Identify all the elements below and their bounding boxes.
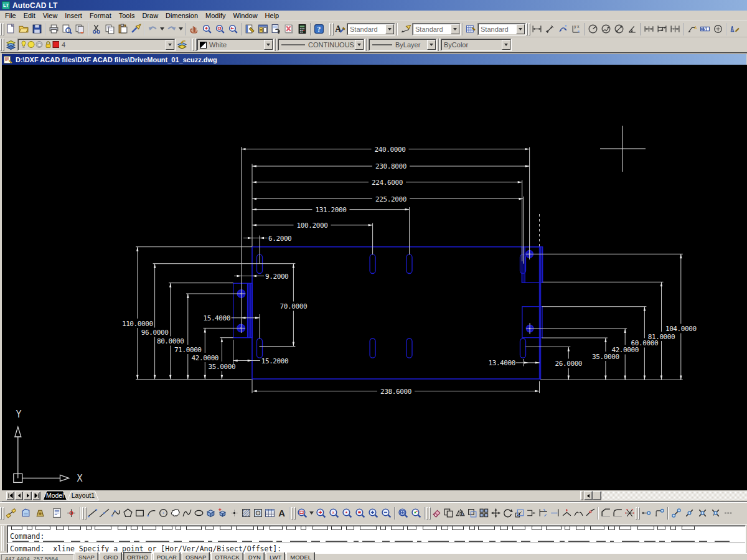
offset-button[interactable] — [466, 506, 478, 520]
distance-button[interactable] — [4, 506, 19, 520]
tab-nav-next-button[interactable] — [24, 492, 32, 500]
make-block-button[interactable] — [217, 506, 228, 520]
dim-tolerance-button[interactable] — [698, 22, 712, 36]
dim-style-combo[interactable]: Standard — [412, 23, 461, 35]
command-window-grab-bar[interactable] — [1, 526, 6, 551]
dim-quick-button[interactable] — [642, 22, 655, 36]
point-button[interactable] — [228, 506, 240, 520]
layers-button[interactable] — [4, 38, 17, 52]
dim-ordinate-button[interactable]: y x — [570, 22, 583, 36]
dim-aligned-button[interactable] — [543, 22, 557, 36]
toolbar-grip[interactable] — [636, 507, 637, 520]
pan-realtime-button[interactable] — [187, 22, 200, 36]
menu-window[interactable]: Window — [229, 11, 261, 20]
new-button[interactable] — [4, 22, 17, 36]
snap-extension-button[interactable] — [722, 506, 735, 520]
revcloud-button[interactable] — [169, 506, 181, 520]
status-toggle-snap[interactable]: SNAP — [75, 552, 98, 560]
toolbar-grip[interactable] — [426, 507, 428, 520]
hatch-button[interactable] — [240, 506, 252, 520]
text-style-combo-arrow[interactable] — [385, 24, 394, 34]
paste-button[interactable] — [116, 22, 129, 36]
menu-tools[interactable]: Tools — [115, 11, 139, 20]
dim-angular-button[interactable] — [626, 22, 639, 36]
tab-nav-last-button[interactable] — [32, 492, 40, 500]
zoom-previous-button[interactable] — [227, 22, 240, 36]
circle-button[interactable] — [157, 506, 169, 520]
plotstyle-combo-arrow[interactable] — [502, 40, 510, 50]
snap-endpoint-button[interactable] — [670, 506, 683, 520]
stretch-button[interactable] — [525, 506, 537, 520]
zoom-flyout-dropdown[interactable] — [309, 506, 314, 520]
move-button[interactable] — [490, 506, 502, 520]
zoom-object-button[interactable] — [354, 506, 367, 520]
ellipse-button[interactable] — [193, 506, 205, 520]
dim-continue-button[interactable] — [669, 22, 682, 36]
snap-apparent-button[interactable] — [709, 506, 722, 520]
lineweight-combo[interactable]: ByLayer — [369, 39, 437, 51]
linetype-combo-arrow[interactable] — [355, 40, 364, 50]
rotate-button[interactable] — [502, 506, 514, 520]
toolbar-grip[interactable] — [0, 507, 2, 520]
dim-diameter-button[interactable] — [613, 22, 626, 36]
trim-button[interactable] — [537, 506, 549, 520]
line-button[interactable] — [87, 506, 98, 520]
track-point-button[interactable] — [640, 506, 653, 520]
toolbar-grip[interactable] — [192, 39, 194, 51]
status-toggle-otrack[interactable]: OTRACK — [211, 552, 243, 560]
coordinate-readout[interactable]: 447.4404, 257.5564 — [1, 554, 73, 560]
status-toggle-polar[interactable]: POLAR — [153, 552, 181, 560]
menu-draw[interactable]: Draw — [138, 11, 162, 20]
polygon-button[interactable] — [122, 506, 134, 520]
plotstyle-combo[interactable]: ByColor — [441, 39, 512, 51]
cut-button[interactable] — [90, 22, 103, 36]
zoom-extents-button[interactable] — [410, 506, 423, 520]
toolbar-grip[interactable] — [526, 23, 528, 35]
zoom-scale-button[interactable]: x — [327, 506, 341, 520]
status-toggle-osnap[interactable]: OSNAP — [182, 552, 210, 560]
zoom-realtime-button[interactable] — [200, 22, 214, 36]
menu-dimension[interactable]: Dimension — [162, 11, 202, 20]
menu-edit[interactable]: Edit — [20, 11, 39, 20]
snap-intersection-button[interactable] — [696, 506, 709, 520]
text-style-combo[interactable]: Standard — [347, 23, 395, 35]
mtext-button[interactable]: A — [276, 506, 288, 520]
command-splitter[interactable] — [7, 543, 745, 544]
tab-nav-prev-button[interactable] — [15, 492, 23, 500]
toolbar-grip[interactable] — [82, 507, 84, 520]
redo-dropdown[interactable] — [178, 22, 184, 36]
save-button[interactable] — [31, 22, 44, 36]
scrollbar-splitter[interactable] — [580, 491, 583, 500]
zoom-dynamic-button[interactable] — [314, 506, 327, 520]
array-button[interactable] — [478, 506, 490, 520]
zoom-all-button[interactable] — [397, 506, 410, 520]
properties-button[interactable] — [243, 22, 256, 36]
layer-combo[interactable]: 4 — [17, 39, 176, 51]
zoom-center-button[interactable] — [341, 506, 354, 520]
undo-dropdown[interactable] — [159, 22, 165, 36]
layer-previous-button[interactable] — [176, 38, 189, 52]
undo-button[interactable] — [146, 22, 159, 36]
snap-from-button[interactable] — [653, 506, 666, 520]
status-toggle-grid[interactable]: GRID — [100, 552, 122, 560]
hscroll-track[interactable] — [601, 491, 747, 500]
menu-view[interactable]: View — [39, 11, 62, 20]
dim-linear-button[interactable] — [530, 22, 543, 36]
construction-line-button[interactable] — [98, 506, 110, 520]
table-style-combo-arrow[interactable] — [516, 24, 525, 34]
dim-arc-button[interactable] — [557, 22, 570, 36]
publish-button[interactable] — [73, 22, 87, 36]
dim-leader-button[interactable]: A — [685, 22, 698, 36]
spline-button[interactable] — [181, 506, 193, 520]
tab-nav-first-button[interactable] — [6, 492, 14, 500]
fillet-button[interactable] — [612, 506, 624, 520]
tab-layout1[interactable]: Layout1 — [68, 491, 99, 500]
menu-modify[interactable]: Modify — [202, 11, 229, 20]
extend-button[interactable] — [549, 506, 561, 520]
status-toggle-dyn[interactable]: DYN — [245, 552, 265, 560]
mirror-button[interactable] — [454, 506, 466, 520]
zoom-in-button[interactable] — [367, 506, 380, 520]
markup-manager-button[interactable] — [283, 22, 296, 36]
toolbar-grip[interactable] — [0, 39, 2, 51]
dim-radius-button[interactable] — [586, 22, 599, 36]
